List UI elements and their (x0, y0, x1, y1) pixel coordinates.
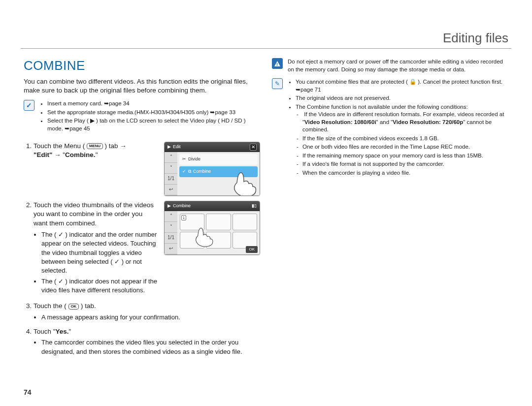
note-subitem: If the file size of the combined videos … (302, 135, 508, 143)
step3-a: Touch the ( (33, 302, 66, 310)
step3-bullet: A message appears asking for your confir… (41, 313, 260, 322)
note-icon: ✎ (272, 78, 283, 89)
lcd1-title: Edit (173, 144, 181, 150)
play-icon: ▶ (167, 144, 171, 150)
step1-combine: Combine. (65, 151, 96, 158)
prerequisite-block: ✓ Insert a memory card. ➥page 34 Set the… (24, 100, 260, 133)
note-subitem: If the remaining memory space on your me… (302, 152, 508, 160)
up-arrow-icon: ˄ (165, 211, 177, 222)
lcd-combine-thumbs: ▶ Combine ▮▯ ˄ ˅ 1/1 ↩ (164, 201, 260, 255)
menu-key-icon: MENU (87, 143, 103, 149)
prereq-item: Set the appropriate storage media.(HMX-H… (47, 109, 260, 117)
note-subitem: If the Videos are in different resolutio… (302, 111, 508, 134)
up-arrow-icon: ˄ (165, 152, 177, 163)
warning-block: Do not eject a memory card or power off … (272, 58, 508, 73)
step1-arrow: → " (52, 151, 65, 158)
close-icon: ✕ (250, 144, 257, 151)
note-item: You cannot combine files that are protec… (296, 78, 508, 94)
note-item: The original videos are not preserved. (296, 94, 508, 102)
prereq-item: Insert a memory card. ➥page 34 (47, 100, 260, 108)
back-icon: ↩ (165, 185, 177, 195)
note-list: You cannot combine files that are protec… (288, 78, 508, 178)
step3-b: ) tab. (81, 302, 96, 310)
ok-button: OK (246, 246, 258, 252)
combine-label: Combine (193, 168, 211, 175)
header-rule (21, 48, 511, 49)
step-2: Touch the video thumbnails of the videos… (33, 201, 260, 297)
ok-key-icon: OK (68, 304, 79, 310)
menu-row-divide: ✂ Divide (179, 154, 258, 165)
note-item: The Combine function is not available un… (296, 103, 508, 177)
note-3-lead: The Combine function is not available un… (296, 104, 468, 110)
step-3: Touch the ( OK ) tab. A message appears … (33, 302, 260, 322)
step-4: Touch "Yes." The camcorder combines the … (33, 327, 260, 356)
page-indicator: 1/1 (165, 233, 177, 244)
two-column-layout: COMBINE You can combine two different vi… (24, 58, 508, 361)
prerequisite-list: Insert a memory card. ➥page 34 Set the a… (39, 100, 260, 133)
step2-bullet2: The ( ✓ ) indicator does not appear if t… (41, 277, 157, 295)
section-header: Editing files (443, 31, 508, 46)
video-thumb (233, 214, 257, 230)
page-indicator: 1/1 (165, 174, 177, 185)
down-arrow-icon: ˅ (165, 163, 177, 174)
note-subitem: One or both video files are recorded in … (302, 143, 508, 151)
warning-text: Do not eject a memory card or power off … (288, 58, 508, 73)
n3a-c: " and " (376, 119, 393, 125)
steps-list: Touch the Menu ( MENU ) tab → "Edit" → "… (24, 142, 260, 356)
right-column: Do not eject a memory card or power off … (272, 58, 508, 361)
touch-hand-icon (227, 168, 260, 196)
note-sublist: If the Videos are in different resolutio… (296, 111, 508, 177)
play-icon: ▶ (167, 203, 171, 209)
lcd-edit-menu: ▶ Edit ✕ ˄ ˅ 1/1 ↩ (164, 142, 260, 196)
section-title: COMBINE (24, 58, 260, 73)
left-column: COMBINE You can combine two different vi… (24, 58, 260, 361)
warning-icon (272, 58, 283, 69)
step2-text: Touch the video thumbnails of the videos… (33, 201, 154, 227)
check-small-icon: ✓ (182, 168, 186, 175)
n3a-d: Video Resolution: 720/60p (393, 119, 463, 125)
step4-bullet: The camcorder combines the video files y… (41, 338, 260, 356)
note-block: ✎ You cannot combine files that are prot… (272, 78, 508, 178)
n3a-b: Video Resolution: 1080/60i (304, 119, 376, 125)
step4-b: " (69, 328, 71, 335)
combine-icon: ⧉ (188, 168, 191, 175)
step1-edit: "Edit" (33, 151, 52, 158)
step2-bullet1: The ( ✓ ) indicator and the order number… (41, 230, 157, 275)
order-badge: 1 (181, 215, 186, 221)
divide-icon: ✂ (182, 156, 186, 162)
touch-hand-icon (190, 224, 217, 248)
step1-text-b: ) tab → (105, 142, 127, 150)
step1-quote-end: " (96, 151, 98, 158)
note-subitem: If a video's file format is not supporte… (302, 160, 508, 168)
lcd2-title: Combine (173, 203, 191, 209)
manual-page: Editing files COMBINE You can combine tw… (0, 0, 532, 406)
page-number: 74 (24, 388, 32, 396)
step1-text-a: Touch the Menu ( (33, 142, 85, 150)
step-1: Touch the Menu ( MENU ) tab → "Edit" → "… (33, 142, 260, 196)
note-subitem: When the camcorder is playing a video fi… (302, 169, 508, 177)
step4-yes: Yes. (56, 328, 69, 335)
check-icon: ✓ (24, 100, 34, 111)
down-arrow-icon: ˅ (165, 222, 177, 233)
prereq-item: Select the Play ( ▶ ) tab on the LCD scr… (47, 117, 260, 132)
back-icon: ↩ (165, 244, 177, 254)
battery-icon: ▮▯ (252, 203, 257, 209)
intro-text: You can combine two different videos. As… (24, 77, 260, 95)
step4-a: Touch " (33, 328, 56, 335)
divide-label: Divide (188, 156, 200, 162)
